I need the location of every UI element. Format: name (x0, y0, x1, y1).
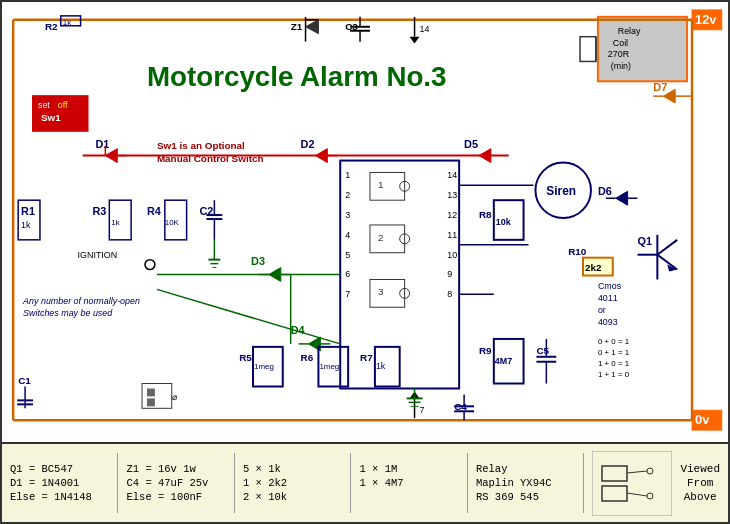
svg-text:Manual Control Switch: Manual Control Switch (157, 153, 264, 164)
svg-text:4M7: 4M7 (495, 356, 512, 366)
svg-text:D3: D3 (251, 255, 265, 267)
part-2x10k: 2 × 10k (243, 491, 342, 503)
viewed-from-label: Viewed From Above (680, 463, 720, 503)
part-maplin: Maplin YX94C (476, 477, 575, 489)
part-empty (359, 491, 458, 503)
svg-text:Z1: Z1 (291, 21, 303, 32)
part-else1: Else = 1N4148 (10, 491, 109, 503)
svg-text:R7: R7 (360, 352, 373, 363)
svg-text:or: or (598, 305, 606, 315)
svg-text:11: 11 (447, 230, 457, 240)
svg-point-180 (647, 493, 653, 499)
divider-2 (234, 453, 235, 513)
part-q1: Q1 = BC547 (10, 463, 109, 475)
svg-text:270R: 270R (608, 49, 630, 59)
info-bar: Q1 = BC547 D1 = 1N4001 Else = 1N4148 Z1 … (0, 444, 730, 524)
svg-text:10K: 10K (165, 218, 180, 227)
svg-text:R10: R10 (568, 246, 587, 257)
svg-text:C1: C1 (18, 375, 31, 386)
svg-text:1: 1 (345, 170, 350, 180)
part-1x4m7: 1 × 4M7 (359, 477, 458, 489)
svg-text:2: 2 (378, 232, 384, 243)
circuit-area: Motorcycle Alarm No.3 12v 0v Relay Coil … (0, 0, 730, 444)
svg-text:IGNITION: IGNITION (78, 250, 118, 260)
svg-rect-102 (147, 388, 155, 396)
svg-text:2: 2 (345, 190, 350, 200)
svg-rect-176 (602, 486, 627, 501)
svg-text:8: 8 (447, 289, 452, 299)
svg-text:D2: D2 (301, 138, 315, 150)
svg-text:4093: 4093 (598, 317, 618, 327)
svg-text:Relay: Relay (618, 26, 641, 36)
part-else2: Else = 100nF (126, 491, 225, 503)
svg-text:12: 12 (447, 210, 457, 220)
svg-text:Sw1: Sw1 (41, 112, 61, 123)
svg-text:10k: 10k (496, 217, 511, 227)
viewed-label: Viewed (680, 463, 720, 475)
svg-text:C5: C5 (536, 345, 549, 356)
part-relay: Relay (476, 463, 575, 475)
svg-text:0v: 0v (695, 412, 710, 427)
circuit-diagram: Motorcycle Alarm No.3 12v 0v Relay Coil … (2, 2, 728, 442)
part-rs: RS 369 545 (476, 491, 575, 503)
svg-text:R3: R3 (92, 205, 106, 217)
svg-text:Q1: Q1 (638, 235, 653, 247)
svg-text:9: 9 (447, 269, 452, 279)
svg-text:1k: 1k (63, 18, 71, 27)
svg-rect-103 (147, 398, 155, 406)
divider-3 (350, 453, 351, 513)
parts-col-1: Q1 = BC547 D1 = 1N4001 Else = 1N4148 (10, 463, 109, 503)
svg-text:D6: D6 (598, 185, 612, 197)
svg-text:R8: R8 (479, 209, 492, 220)
part-d1: D1 = 1N4001 (10, 477, 109, 489)
part-1x1m: 1 × 1M (359, 463, 458, 475)
svg-text:R5: R5 (239, 352, 252, 363)
svg-text:7: 7 (345, 289, 350, 299)
svg-text:0 + 1 = 1: 0 + 1 = 1 (598, 348, 630, 357)
part-z1: Z1 = 16v 1w (126, 463, 225, 475)
main-container: Motorcycle Alarm No.3 12v 0v Relay Coil … (0, 0, 730, 524)
part-1x2k2: 1 × 2k2 (243, 477, 342, 489)
svg-rect-175 (602, 466, 627, 481)
svg-text:14: 14 (420, 24, 430, 34)
svg-text:R1: R1 (21, 205, 35, 217)
svg-text:off: off (58, 100, 68, 110)
part-5x1k: 5 × 1k (243, 463, 342, 475)
svg-text:Any number of normally-open: Any number of normally-open (22, 296, 140, 306)
svg-text:6: 6 (345, 269, 350, 279)
svg-text:14: 14 (447, 170, 457, 180)
svg-text:Sw1 is an Optional: Sw1 is an Optional (157, 140, 245, 151)
svg-text:R9: R9 (479, 345, 492, 356)
svg-text:D5: D5 (464, 138, 478, 150)
above-label: Above (684, 491, 717, 503)
svg-line-177 (627, 471, 647, 473)
svg-text:D1: D1 (95, 138, 109, 150)
svg-text:3: 3 (378, 286, 384, 297)
svg-line-178 (627, 493, 647, 496)
divider-5 (583, 453, 584, 513)
svg-text:R2: R2 (45, 21, 58, 32)
divider-4 (467, 453, 468, 513)
svg-text:1 + 1 = 0: 1 + 1 = 0 (598, 370, 630, 379)
svg-text:2k2: 2k2 (585, 262, 602, 273)
svg-text:13: 13 (447, 190, 457, 200)
svg-text:1k: 1k (376, 361, 386, 371)
svg-text:4011: 4011 (598, 293, 618, 303)
svg-rect-174 (592, 451, 672, 516)
svg-text:(min): (min) (611, 61, 631, 71)
circuit-title: Motorcycle Alarm No.3 (147, 61, 447, 92)
svg-text:7: 7 (420, 405, 425, 415)
parts-col-3: 5 × 1k 1 × 2k2 2 × 10k (243, 463, 342, 503)
svg-text:3: 3 (345, 210, 350, 220)
svg-text:1k: 1k (21, 220, 31, 230)
parts-col-2: Z1 = 16v 1w C4 = 47uF 25v Else = 100nF (126, 463, 225, 503)
svg-text:5: 5 (345, 250, 350, 260)
switch-diagram-svg (592, 451, 672, 516)
svg-point-179 (647, 468, 653, 474)
svg-text:1k: 1k (111, 218, 119, 227)
svg-text:R4: R4 (147, 205, 161, 217)
svg-text:Siren: Siren (546, 184, 576, 198)
divider-1 (117, 453, 118, 513)
svg-text:Switches may be used: Switches may be used (23, 308, 113, 318)
svg-text:R6: R6 (301, 352, 314, 363)
